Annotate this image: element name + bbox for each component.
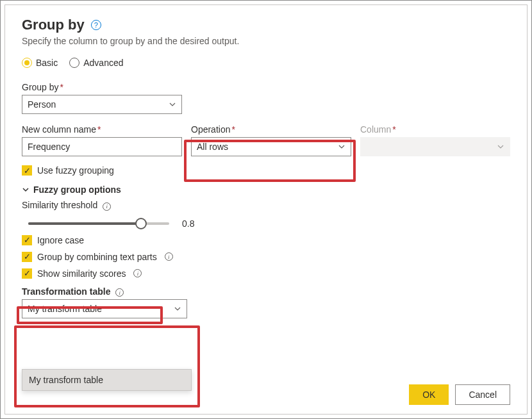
use-fuzzy-label: Use fuzzy grouping — [37, 165, 114, 176]
fuzzy-section-title: Fuzzy group options — [33, 185, 121, 195]
info-icon[interactable]: i — [115, 288, 124, 297]
newcol-input[interactable]: Frequency — [22, 137, 182, 156]
fuzzy-options-toggle[interactable]: Fuzzy group options — [22, 185, 510, 195]
slider-thumb[interactable] — [135, 218, 147, 229]
chevron-down-icon — [338, 143, 345, 151]
threshold-label: Similarity threshold — [22, 200, 97, 210]
mode-radio-group: Basic Advanced — [22, 58, 510, 68]
ignore-case-label: Ignore case — [37, 235, 84, 245]
ok-button[interactable]: OK — [409, 384, 449, 405]
threshold-slider[interactable] — [28, 217, 169, 230]
operation-select[interactable]: All rows — [191, 137, 351, 156]
chevron-down-icon — [174, 305, 181, 313]
dropdown-option[interactable]: My transform table — [22, 370, 191, 390]
groupby-select[interactable]: Person — [22, 95, 182, 114]
cancel-button[interactable]: Cancel — [455, 384, 510, 405]
transform-table-dropdown: My transform table — [22, 369, 192, 391]
groupby-label: Group by* — [22, 82, 182, 92]
use-fuzzy-checkbox[interactable]: ✓ — [22, 165, 32, 176]
transform-table-value: My transform table — [28, 304, 102, 314]
groupby-value: Person — [28, 99, 56, 110]
transform-table-select[interactable]: My transform table — [22, 299, 187, 318]
dialog-subtitle: Specify the column to group by and the d… — [22, 36, 510, 46]
info-icon[interactable]: i — [133, 269, 142, 277]
transform-table-label: Transformation table — [22, 286, 110, 297]
column-select — [360, 137, 510, 156]
dialog-title: Group by — [22, 17, 85, 33]
info-icon[interactable]: i — [165, 252, 173, 261]
chevron-down-icon — [169, 101, 176, 108]
operation-value: All rows — [197, 142, 228, 152]
help-icon[interactable]: ? — [91, 20, 101, 30]
threshold-value: 0.8 — [182, 218, 194, 229]
highlight-transform-table — [14, 325, 200, 407]
newcol-value: Frequency — [28, 142, 70, 152]
radio-basic[interactable]: Basic — [22, 58, 58, 68]
chevron-down-icon — [22, 186, 29, 193]
operation-label: Operation* — [191, 124, 351, 135]
radio-advanced-label: Advanced — [83, 58, 123, 68]
window-frame: Group by ? Specify the column to group b… — [0, 0, 532, 419]
info-icon[interactable]: i — [103, 202, 111, 211]
radio-advanced[interactable]: Advanced — [69, 58, 123, 68]
show-scores-label: Show similarity scores — [37, 268, 126, 279]
show-scores-checkbox[interactable]: ✓ — [22, 268, 32, 279]
newcol-label: New column name* — [22, 124, 182, 135]
chevron-down-icon — [497, 143, 504, 151]
group-by-dialog: Group by ? Specify the column to group b… — [4, 4, 528, 415]
column-label: Column* — [360, 124, 510, 135]
combine-parts-checkbox[interactable]: ✓ — [22, 252, 32, 262]
radio-basic-label: Basic — [36, 58, 58, 68]
ignore-case-checkbox[interactable]: ✓ — [22, 235, 32, 245]
combine-parts-label: Group by combining text parts — [37, 252, 157, 262]
